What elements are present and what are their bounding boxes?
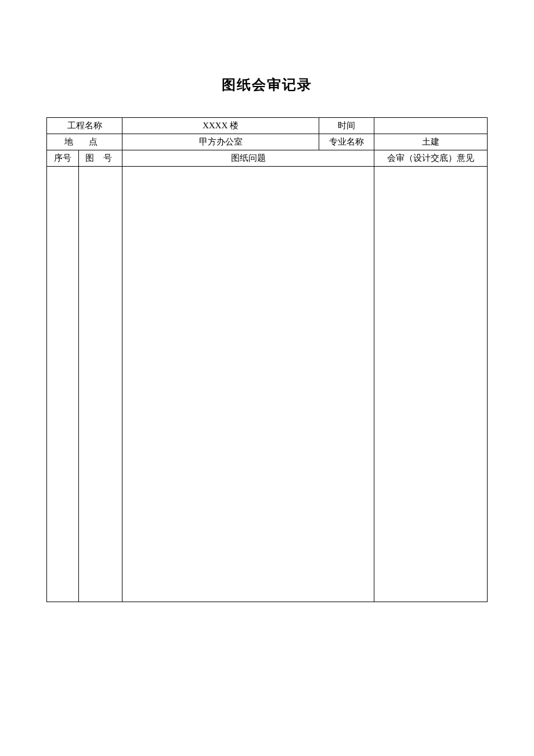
table-row-body — [47, 167, 488, 602]
table-row-project: 工程名称 XXXX 楼 时间 — [47, 118, 488, 134]
location-label: 地 点 — [47, 134, 122, 150]
project-name-value: XXXX 楼 — [122, 118, 319, 134]
time-value — [374, 118, 488, 134]
page-title: 图纸会审记录 — [46, 75, 488, 94]
drawing-no-header: 图 号 — [79, 150, 122, 167]
time-label: 时间 — [319, 118, 374, 134]
specialty-value: 土建 — [374, 134, 488, 150]
table-row-location: 地 点 甲方办公室 专业名称 土建 — [47, 134, 488, 150]
drawing-issue-header: 图纸问题 — [122, 150, 374, 167]
drawing-issue-cell — [122, 167, 374, 602]
review-record-table: 工程名称 XXXX 楼 时间 地 点 甲方办公室 专业名称 土建 序号 图 号 … — [46, 117, 488, 602]
location-value: 甲方办公室 — [122, 134, 319, 150]
seq-cell — [47, 167, 79, 602]
opinion-cell — [374, 167, 488, 602]
opinion-header: 会审（设计交底）意见 — [374, 150, 488, 167]
drawing-no-cell — [79, 167, 122, 602]
table-row-header: 序号 图 号 图纸问题 会审（设计交底）意见 — [47, 150, 488, 167]
specialty-label: 专业名称 — [319, 134, 374, 150]
project-name-label: 工程名称 — [47, 118, 122, 134]
seq-header: 序号 — [47, 150, 79, 167]
